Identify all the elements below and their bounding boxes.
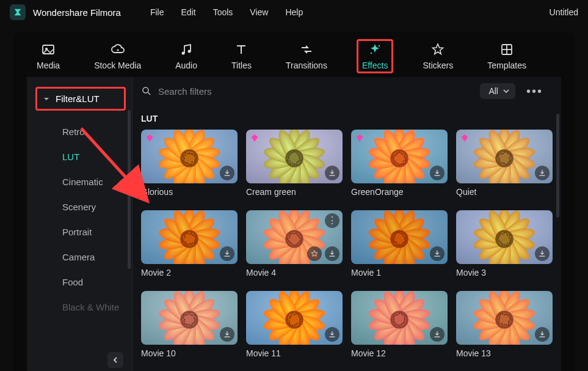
svg-point-46	[192, 153, 193, 155]
svg-point-155	[504, 152, 505, 153]
preset-card[interactable]: Movie 12	[351, 291, 448, 358]
svg-point-407	[394, 322, 396, 323]
preset-thumbnail[interactable]	[456, 210, 553, 264]
svg-point-300	[499, 235, 500, 236]
preset-thumbnail[interactable]	[141, 291, 238, 345]
preset-thumbnail[interactable]	[351, 210, 448, 264]
tab-transitions[interactable]: Transitions	[281, 40, 332, 73]
download-button[interactable]	[220, 166, 234, 180]
download-button[interactable]	[430, 246, 445, 261]
preset-thumbnail[interactable]	[246, 130, 343, 183]
svg-point-329	[191, 325, 192, 326]
download-button[interactable]	[535, 166, 550, 180]
menu-file[interactable]: File	[142, 5, 173, 20]
svg-point-381	[299, 317, 300, 318]
svg-point-448	[499, 315, 500, 317]
svg-point-77	[288, 156, 289, 157]
preset-thumbnail[interactable]: ⋮	[246, 210, 343, 264]
sidebar-item-lut[interactable]: LUT	[27, 144, 132, 169]
sidebar-item-black-white[interactable]: Black & White	[27, 295, 132, 320]
svg-point-104	[405, 160, 406, 161]
svg-point-325	[194, 319, 195, 320]
search-wrap	[141, 86, 471, 97]
svg-point-69	[296, 161, 297, 163]
preset-card[interactable]: Cream green	[246, 130, 343, 197]
preset-thumbnail[interactable]	[456, 130, 553, 183]
svg-point-233	[299, 237, 300, 238]
preset-thumbnail[interactable]	[351, 130, 448, 183]
more-options-button[interactable]: •••	[524, 84, 545, 98]
download-button[interactable]	[325, 246, 339, 261]
svg-point-193	[191, 233, 192, 234]
preset-thumbnail[interactable]	[141, 130, 238, 183]
preset-card[interactable]: Movie 1	[351, 210, 448, 277]
preset-thumbnail[interactable]	[351, 291, 448, 345]
svg-point-301	[500, 233, 501, 234]
download-button[interactable]	[430, 327, 445, 342]
tab-media[interactable]: Media	[32, 40, 65, 73]
svg-point-30	[194, 160, 195, 161]
preset-card[interactable]: Movie 11	[246, 291, 343, 358]
search-input[interactable]	[158, 86, 292, 97]
svg-point-263	[394, 235, 395, 236]
svg-point-227	[290, 233, 291, 235]
preset-card[interactable]: GreenOrange	[351, 130, 448, 197]
preset-card[interactable]: ⋮Movie 4	[246, 210, 343, 277]
chevron-down-icon	[503, 88, 509, 94]
collapse-sidebar-button[interactable]	[107, 352, 123, 368]
preset-card[interactable]: Movie 10	[141, 291, 238, 358]
menu-view[interactable]: View	[241, 5, 277, 20]
sidebar: Filter&LUT RetroLUTCinematicSceneryPortr…	[27, 77, 132, 371]
download-button[interactable]	[220, 246, 234, 261]
download-button[interactable]	[430, 166, 445, 180]
menu-tools[interactable]: Tools	[205, 5, 242, 20]
preset-thumbnail[interactable]	[246, 291, 343, 345]
tab-stock-media[interactable]: Stock Media	[89, 40, 146, 73]
preset-card[interactable]: Movie 2	[141, 210, 238, 277]
sidebar-item-camera[interactable]: Camera	[27, 244, 132, 270]
preset-card[interactable]: Movie 3	[456, 210, 553, 277]
tab-label: Effects	[362, 61, 388, 70]
preset-thumbnail[interactable]	[456, 291, 553, 345]
preset-thumbnail[interactable]	[141, 210, 238, 264]
preset-card[interactable]: Glorious	[141, 130, 238, 197]
svg-point-228	[292, 233, 293, 234]
tab-stickers[interactable]: Stickers	[418, 40, 458, 73]
tab-effects[interactable]: Effects	[357, 39, 394, 73]
sidebar-item-scenery[interactable]: Scenery	[27, 194, 132, 219]
tab-label: Transitions	[286, 61, 327, 70]
svg-point-116	[396, 153, 397, 155]
svg-point-224	[287, 238, 288, 240]
menu-edit[interactable]: Edit	[173, 5, 205, 20]
tab-templates[interactable]: Templates	[482, 40, 531, 73]
download-button[interactable]	[325, 327, 339, 342]
chevron-left-icon	[112, 357, 118, 363]
download-button[interactable]	[325, 166, 339, 180]
svg-point-418	[404, 317, 405, 318]
svg-point-73	[290, 163, 291, 164]
sidebar-category-header[interactable]: Filter&LUT	[35, 87, 126, 111]
filter-dropdown[interactable]: All	[480, 83, 515, 99]
preset-card[interactable]: Quiet	[456, 130, 553, 197]
sidebar-scrollbar[interactable]	[128, 110, 131, 269]
svg-point-78	[289, 154, 290, 155]
svg-point-232	[298, 235, 299, 237]
download-button[interactable]	[220, 327, 234, 342]
sidebar-item-food[interactable]: Food	[27, 270, 132, 295]
sidebar-item-cinematic[interactable]: Cinematic	[27, 169, 132, 194]
card-options-button[interactable]: ⋮	[325, 213, 339, 228]
download-button[interactable]	[535, 246, 550, 261]
svg-point-402	[402, 323, 403, 325]
sidebar-item-retro[interactable]: Retro	[27, 119, 132, 144]
menu-help[interactable]: Help	[277, 5, 311, 20]
svg-point-216	[298, 241, 299, 243]
tab-audio[interactable]: Audio	[170, 40, 202, 73]
sidebar-item-portrait[interactable]: Portrait	[27, 219, 132, 244]
content-scrollbar[interactable]	[556, 114, 559, 218]
download-button[interactable]	[535, 327, 550, 342]
favorite-button[interactable]	[307, 246, 322, 261]
svg-point-145	[504, 163, 505, 164]
tab-label: Templates	[487, 61, 526, 70]
preset-card[interactable]: Movie 13	[456, 291, 553, 358]
tab-titles[interactable]: Titles	[227, 40, 256, 73]
